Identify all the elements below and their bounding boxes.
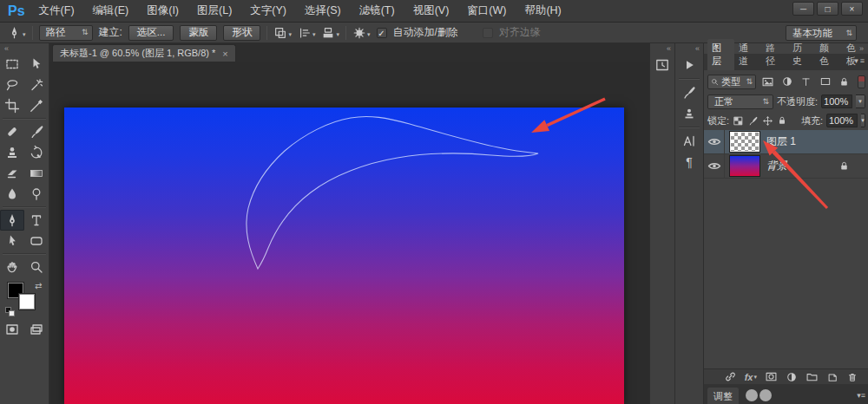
menu-view[interactable]: 视图(V) xyxy=(413,3,450,18)
tool-move[interactable] xyxy=(24,54,49,75)
close-tab-icon[interactable]: × xyxy=(222,49,227,59)
menu-filter[interactable]: 滤镜(T) xyxy=(359,3,395,18)
swap-colors-icon[interactable]: ⇄ xyxy=(35,281,42,290)
tool-type[interactable] xyxy=(24,210,49,231)
align-edges-checkbox[interactable] xyxy=(483,28,493,38)
layer-row-background[interactable]: 背景 xyxy=(704,154,868,179)
visibility-toggle[interactable] xyxy=(704,154,725,179)
tool-hand[interactable] xyxy=(0,257,24,277)
tab-swatches[interactable]: 色板 xyxy=(842,39,868,70)
make-selection-button[interactable]: 选区... xyxy=(128,25,174,41)
add-layer-mask-button[interactable] xyxy=(765,370,778,383)
tool-magic-wand[interactable] xyxy=(24,75,49,95)
delete-layer-button[interactable] xyxy=(846,371,858,383)
fill-value[interactable]: 100% xyxy=(826,114,858,127)
filter-adjustment-layers-button[interactable] xyxy=(779,75,794,89)
link-layers-button[interactable] xyxy=(724,370,737,383)
blend-mode-dropdown[interactable]: 正常 ⇅ xyxy=(707,94,773,109)
filter-type-layers-button[interactable] xyxy=(799,75,813,89)
layer-name[interactable]: 图层 1 xyxy=(766,134,796,149)
paragraph-panel-button[interactable]: ¶ xyxy=(675,152,703,173)
filter-kind-dropdown[interactable]: 类型 ⇅ xyxy=(707,75,756,89)
new-adjustment-layer-button[interactable] xyxy=(786,371,798,383)
tool-brush[interactable] xyxy=(24,121,49,142)
expand-dock-icon[interactable]: « xyxy=(650,43,674,55)
menu-edit[interactable]: 编辑(E) xyxy=(93,3,129,18)
tab-history[interactable]: 历史 xyxy=(788,39,815,70)
lock-all-button[interactable] xyxy=(777,114,787,127)
fill-dropdown-button[interactable]: ▾ xyxy=(861,114,865,127)
tab-layers[interactable]: 图层 xyxy=(707,39,734,70)
filter-pixel-layers-button[interactable] xyxy=(760,75,775,89)
tool-crop[interactable] xyxy=(0,95,24,116)
clone-source-panel-button[interactable] xyxy=(675,103,703,124)
opacity-dropdown-button[interactable]: ▾ xyxy=(856,94,865,108)
tool-rounded-shape[interactable] xyxy=(24,231,49,251)
new-group-button[interactable] xyxy=(806,370,819,383)
tool-mode-dropdown[interactable]: 路径 ⇅ xyxy=(39,25,93,41)
tool-eyedropper[interactable] xyxy=(24,95,49,116)
filter-smart-objects-button[interactable] xyxy=(837,75,852,89)
tool-path-selection[interactable] xyxy=(0,231,24,251)
tool-blur[interactable] xyxy=(0,184,24,205)
tool-pen-selected[interactable] xyxy=(0,210,24,231)
quick-mask-button[interactable] xyxy=(0,319,24,340)
lock-image-pixels-button[interactable] xyxy=(747,114,759,127)
document-tab[interactable]: 未标题-1 @ 60.5% (图层 1, RGB/8) * × xyxy=(52,44,236,62)
tool-zoom[interactable] xyxy=(24,257,49,277)
default-colors-icon[interactable] xyxy=(5,307,16,317)
tab-adjustments[interactable]: 调整 xyxy=(707,388,739,404)
actions-panel-button[interactable] xyxy=(675,55,703,75)
tab-paths[interactable]: 路径 xyxy=(761,39,788,70)
filter-toggle-switch[interactable] xyxy=(858,75,865,88)
tool-clone-stamp[interactable] xyxy=(0,142,24,163)
layer-name[interactable]: 背景 xyxy=(766,159,787,173)
menu-layer[interactable]: 图层(L) xyxy=(197,3,232,18)
panel-menu-button[interactable]: ▾ ≡ xyxy=(854,56,865,65)
path-arrangement-button[interactable]: ▾ xyxy=(321,26,339,40)
screen-mode-button[interactable] xyxy=(24,319,49,340)
tab-channels[interactable]: 通道 xyxy=(734,39,761,70)
collapse-toolbar-button[interactable]: « xyxy=(0,44,9,53)
auto-add-delete-checkbox[interactable]: ✓ xyxy=(377,28,387,38)
tab-color[interactable]: 颜色 xyxy=(815,39,842,70)
panel-menu-button[interactable]: ▾≡ xyxy=(857,391,865,400)
layer-thumbnail-transparent[interactable] xyxy=(730,132,760,152)
menu-window[interactable]: 窗口(W) xyxy=(467,3,506,18)
history-panel-button[interactable] xyxy=(650,55,674,75)
tool-gradient[interactable] xyxy=(24,163,49,184)
layer-style-button[interactable]: fx▾ xyxy=(745,372,757,382)
character-panel-button[interactable] xyxy=(675,131,703,152)
lock-transparent-pixels-button[interactable] xyxy=(733,114,744,127)
make-shape-button[interactable]: 形状 xyxy=(223,25,260,41)
adjustment-preset-icon[interactable] xyxy=(746,389,758,401)
menu-type[interactable]: 文字(Y) xyxy=(250,3,286,18)
menu-file[interactable]: 文件(F) xyxy=(39,3,75,18)
tool-rectangular-marquee[interactable] xyxy=(0,54,24,75)
brush-panel-button[interactable] xyxy=(675,82,703,103)
pen-tool-preset[interactable]: ▾ xyxy=(7,25,26,40)
menu-image[interactable]: 图像(I) xyxy=(147,3,179,18)
path-alignment-button[interactable]: ▾ xyxy=(298,26,316,40)
tool-dodge[interactable] xyxy=(24,184,49,205)
lock-position-button[interactable] xyxy=(762,114,773,127)
layer-row-layer1[interactable]: 图层 1 xyxy=(704,130,868,154)
make-mask-button[interactable]: 蒙版 xyxy=(180,25,217,41)
layer-thumbnail-gradient[interactable] xyxy=(730,156,760,176)
filter-shape-layers-button[interactable] xyxy=(818,75,832,89)
tool-eraser[interactable] xyxy=(0,163,24,184)
opacity-value[interactable]: 100% xyxy=(821,94,852,108)
maximize-button[interactable]: □ xyxy=(817,2,838,16)
minimize-button[interactable]: ─ xyxy=(792,2,814,16)
new-layer-button[interactable] xyxy=(826,371,838,383)
background-color-swatch[interactable] xyxy=(19,294,35,310)
close-button[interactable]: × xyxy=(841,2,863,16)
pen-options-gear-button[interactable]: ▾ xyxy=(352,26,371,40)
tool-history-brush[interactable] xyxy=(24,142,49,163)
path-operations-button[interactable]: ▾ xyxy=(273,26,292,40)
menu-select[interactable]: 选择(S) xyxy=(305,3,341,18)
expand-dock-icon[interactable]: « xyxy=(675,43,703,55)
tool-spot-healing-brush[interactable] xyxy=(0,121,24,142)
adjustment-preset-icon[interactable] xyxy=(760,389,772,401)
canvas[interactable] xyxy=(64,108,624,404)
